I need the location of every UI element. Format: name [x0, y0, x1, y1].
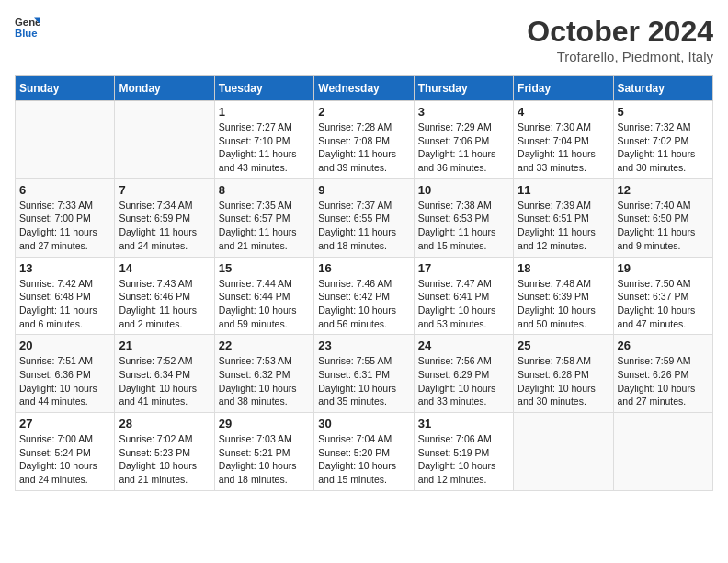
logo-icon: General Blue [15, 15, 40, 40]
day-number: 19 [618, 261, 709, 275]
calendar-day-cell: 15Sunrise: 7:44 AM Sunset: 6:44 PM Dayli… [214, 257, 313, 335]
day-number: 21 [119, 339, 210, 352]
day-info: Sunrise: 7:34 AM Sunset: 6:59 PM Dayligh… [119, 199, 210, 253]
calendar-day-cell: 26Sunrise: 7:59 AM Sunset: 6:26 PM Dayli… [613, 335, 712, 413]
day-info: Sunrise: 7:28 AM Sunset: 7:08 PM Dayligh… [318, 121, 409, 175]
calendar-day-cell: 13Sunrise: 7:42 AM Sunset: 6:48 PM Dayli… [16, 257, 115, 335]
calendar-day-cell: 20Sunrise: 7:51 AM Sunset: 6:36 PM Dayli… [16, 335, 115, 413]
day-number: 5 [618, 105, 709, 119]
calendar-day-cell: 19Sunrise: 7:50 AM Sunset: 6:37 PM Dayli… [613, 257, 712, 335]
calendar-day-cell: 10Sunrise: 7:38 AM Sunset: 6:53 PM Dayli… [414, 178, 513, 257]
day-info: Sunrise: 7:50 AM Sunset: 6:37 PM Dayligh… [618, 277, 709, 331]
calendar-day-cell [613, 413, 712, 491]
day-number: 23 [318, 339, 409, 352]
month-title: October 2024 [527, 15, 713, 49]
calendar-day-cell: 6Sunrise: 7:33 AM Sunset: 7:00 PM Daylig… [16, 178, 115, 257]
calendar-day-cell: 29Sunrise: 7:03 AM Sunset: 5:21 PM Dayli… [214, 413, 313, 491]
day-info: Sunrise: 7:30 AM Sunset: 7:04 PM Dayligh… [518, 121, 609, 175]
calendar-day-cell: 31Sunrise: 7:06 AM Sunset: 5:19 PM Dayli… [414, 413, 513, 491]
calendar-day-cell: 12Sunrise: 7:40 AM Sunset: 6:50 PM Dayli… [613, 178, 712, 257]
calendar-week-row: 20Sunrise: 7:51 AM Sunset: 6:36 PM Dayli… [16, 335, 713, 413]
day-number: 9 [318, 183, 409, 197]
day-info: Sunrise: 7:43 AM Sunset: 6:46 PM Dayligh… [119, 277, 210, 331]
calendar-day-cell [514, 413, 613, 491]
day-number: 6 [19, 183, 110, 197]
day-number: 13 [19, 261, 110, 275]
day-number: 24 [418, 339, 509, 352]
day-info: Sunrise: 7:59 AM Sunset: 6:26 PM Dayligh… [618, 354, 709, 408]
day-number: 17 [418, 261, 509, 275]
day-number: 11 [518, 183, 609, 197]
calendar-day-cell: 18Sunrise: 7:48 AM Sunset: 6:39 PM Dayli… [514, 257, 613, 335]
calendar-week-row: 6Sunrise: 7:33 AM Sunset: 7:00 PM Daylig… [16, 178, 713, 257]
calendar-day-cell: 24Sunrise: 7:56 AM Sunset: 6:29 PM Dayli… [414, 335, 513, 413]
weekday-header: Thursday [414, 76, 513, 101]
day-number: 27 [19, 417, 110, 431]
day-info: Sunrise: 7:56 AM Sunset: 6:29 PM Dayligh… [418, 354, 509, 408]
day-number: 1 [219, 105, 310, 119]
day-info: Sunrise: 7:53 AM Sunset: 6:32 PM Dayligh… [219, 354, 310, 408]
day-number: 14 [119, 261, 210, 275]
day-number: 8 [219, 183, 310, 197]
calendar-day-cell: 25Sunrise: 7:58 AM Sunset: 6:28 PM Dayli… [514, 335, 613, 413]
day-number: 3 [418, 105, 509, 119]
calendar-week-row: 13Sunrise: 7:42 AM Sunset: 6:48 PM Dayli… [16, 257, 713, 335]
day-info: Sunrise: 7:00 AM Sunset: 5:24 PM Dayligh… [19, 432, 110, 487]
weekday-row: SundayMondayTuesdayWednesdayThursdayFrid… [16, 76, 713, 101]
day-info: Sunrise: 7:35 AM Sunset: 6:57 PM Dayligh… [219, 199, 310, 253]
day-number: 25 [518, 339, 609, 352]
calendar-day-cell: 1Sunrise: 7:27 AM Sunset: 7:10 PM Daylig… [214, 101, 313, 179]
calendar-body: 1Sunrise: 7:27 AM Sunset: 7:10 PM Daylig… [16, 101, 713, 491]
svg-text:Blue: Blue [15, 28, 38, 39]
calendar-day-cell: 2Sunrise: 7:28 AM Sunset: 7:08 PM Daylig… [314, 101, 414, 179]
day-info: Sunrise: 7:39 AM Sunset: 6:51 PM Dayligh… [518, 199, 609, 253]
calendar-day-cell: 21Sunrise: 7:52 AM Sunset: 6:34 PM Dayli… [115, 335, 214, 413]
calendar-day-cell: 8Sunrise: 7:35 AM Sunset: 6:57 PM Daylig… [214, 178, 313, 257]
day-info: Sunrise: 7:42 AM Sunset: 6:48 PM Dayligh… [19, 277, 110, 331]
day-number: 30 [318, 417, 409, 431]
day-info: Sunrise: 7:40 AM Sunset: 6:50 PM Dayligh… [618, 199, 709, 253]
day-number: 22 [219, 339, 310, 352]
weekday-header: Saturday [613, 76, 712, 101]
day-number: 10 [418, 183, 509, 197]
calendar-day-cell: 11Sunrise: 7:39 AM Sunset: 6:51 PM Dayli… [514, 178, 613, 257]
day-info: Sunrise: 7:52 AM Sunset: 6:34 PM Dayligh… [119, 354, 210, 408]
day-number: 7 [119, 183, 210, 197]
day-info: Sunrise: 7:37 AM Sunset: 6:55 PM Dayligh… [318, 199, 409, 253]
calendar-day-cell: 23Sunrise: 7:55 AM Sunset: 6:31 PM Dayli… [314, 335, 414, 413]
day-info: Sunrise: 7:29 AM Sunset: 7:06 PM Dayligh… [418, 121, 509, 175]
day-number: 31 [418, 417, 509, 431]
day-info: Sunrise: 7:58 AM Sunset: 6:28 PM Dayligh… [518, 354, 609, 408]
day-info: Sunrise: 7:55 AM Sunset: 6:31 PM Dayligh… [318, 354, 409, 408]
calendar-day-cell: 30Sunrise: 7:04 AM Sunset: 5:20 PM Dayli… [314, 413, 414, 491]
day-number: 2 [318, 105, 409, 119]
day-info: Sunrise: 7:03 AM Sunset: 5:21 PM Dayligh… [219, 432, 310, 487]
day-number: 26 [618, 339, 709, 352]
day-info: Sunrise: 7:51 AM Sunset: 6:36 PM Dayligh… [19, 354, 110, 408]
day-number: 12 [618, 183, 709, 197]
weekday-header: Wednesday [314, 76, 414, 101]
calendar-week-row: 1Sunrise: 7:27 AM Sunset: 7:10 PM Daylig… [16, 101, 713, 179]
day-info: Sunrise: 7:47 AM Sunset: 6:41 PM Dayligh… [418, 277, 509, 331]
calendar-day-cell: 17Sunrise: 7:47 AM Sunset: 6:41 PM Dayli… [414, 257, 513, 335]
day-number: 28 [119, 417, 210, 431]
day-info: Sunrise: 7:06 AM Sunset: 5:19 PM Dayligh… [418, 432, 509, 487]
calendar-day-cell: 4Sunrise: 7:30 AM Sunset: 7:04 PM Daylig… [514, 101, 613, 179]
day-number: 29 [219, 417, 310, 431]
day-info: Sunrise: 7:46 AM Sunset: 6:42 PM Dayligh… [318, 277, 409, 331]
weekday-header: Tuesday [214, 76, 313, 101]
day-info: Sunrise: 7:38 AM Sunset: 6:53 PM Dayligh… [418, 199, 509, 253]
calendar-header: SundayMondayTuesdayWednesdayThursdayFrid… [16, 76, 713, 101]
location-subtitle: Trofarello, Piedmont, Italy [527, 49, 713, 64]
day-number: 15 [219, 261, 310, 275]
day-info: Sunrise: 7:04 AM Sunset: 5:20 PM Dayligh… [318, 432, 409, 487]
day-info: Sunrise: 7:48 AM Sunset: 6:39 PM Dayligh… [518, 277, 609, 331]
calendar-day-cell: 7Sunrise: 7:34 AM Sunset: 6:59 PM Daylig… [115, 178, 214, 257]
day-info: Sunrise: 7:27 AM Sunset: 7:10 PM Dayligh… [219, 121, 310, 175]
calendar-day-cell: 14Sunrise: 7:43 AM Sunset: 6:46 PM Dayli… [115, 257, 214, 335]
day-info: Sunrise: 7:02 AM Sunset: 5:23 PM Dayligh… [119, 432, 210, 487]
weekday-header: Sunday [16, 76, 115, 101]
calendar-day-cell: 22Sunrise: 7:53 AM Sunset: 6:32 PM Dayli… [214, 335, 313, 413]
calendar-day-cell: 16Sunrise: 7:46 AM Sunset: 6:42 PM Dayli… [314, 257, 414, 335]
day-number: 18 [518, 261, 609, 275]
